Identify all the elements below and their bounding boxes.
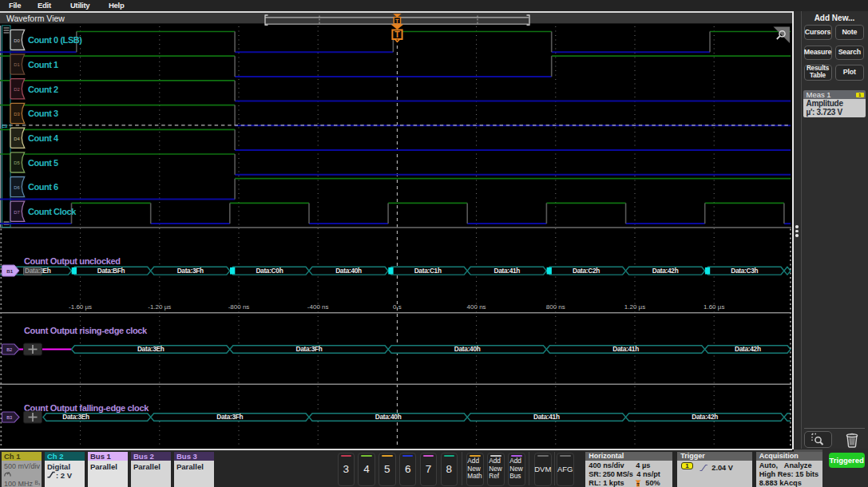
svg-text:Count Output rising-edge clock: Count Output rising-edge clock [24,325,148,335]
svg-text:Data:C0h: Data:C0h [256,266,283,274]
svg-text:Data:C3h: Data:C3h [731,266,758,274]
svg-text:Data:C1h: Data:C1h [414,266,442,274]
svg-text:-800 ns: -800 ns [228,303,250,311]
svg-text:D0: D0 [14,38,19,42]
svg-text:Count 2: Count 2 [28,84,58,93]
svg-text:B1: B1 [6,267,13,273]
svg-text:Data:3Fh: Data:3Fh [295,345,322,353]
svg-text:Data:42h: Data:42h [735,345,761,353]
svg-text:B2: B2 [6,347,12,352]
svg-text:Data:3Eh: Data:3Eh [137,345,164,353]
svg-text:Data:42h: Data:42h [692,413,718,421]
svg-text:Count 5: Count 5 [28,157,58,167]
svg-text:-400 ns: -400 ns [307,303,329,311]
svg-text:Count 3: Count 3 [28,109,58,118]
svg-text:Data:40h: Data:40h [375,413,402,421]
svg-text:Data:3Eh: Data:3Eh [62,413,89,421]
svg-text:Data:41h: Data:41h [612,345,639,353]
svg-text:Count 6: Count 6 [28,182,58,192]
svg-text:Data:3Fh: Data:3Fh [216,413,243,421]
svg-text:B3: B3 [6,415,12,420]
svg-text:D2: D2 [14,87,19,92]
svg-text:Data:41h: Data:41h [533,413,560,421]
svg-text:-1.60 µs: -1.60 µs [69,303,92,311]
svg-text:Data:40h: Data:40h [454,345,481,353]
svg-text:800 ns: 800 ns [546,303,565,311]
svg-text:Data:3Fh: Data:3Fh [177,266,204,274]
svg-text:-1.20 µs: -1.20 µs [148,303,171,311]
svg-text:D6: D6 [14,184,19,189]
svg-text:D3: D3 [14,111,19,116]
svg-text:1.20 µs: 1.20 µs [624,303,645,311]
svg-text:Count 4: Count 4 [28,133,59,143]
svg-text:Data:C2h: Data:C2h [573,266,600,274]
svg-text:Eh: Eh [43,266,51,274]
svg-text:D4: D4 [14,136,20,141]
svg-text:D7: D7 [14,209,19,214]
svg-text:400 ns: 400 ns [467,303,486,311]
svg-text:Data:40h: Data:40h [335,266,362,274]
svg-text:D5: D5 [14,160,19,165]
svg-text:Data:3: Data:3 [25,266,44,274]
svg-text:Data:BFh: Data:BFh [97,266,125,274]
svg-text:Data:42h: Data:42h [652,266,679,274]
svg-text:T: T [394,30,400,39]
svg-text:Count Clock: Count Clock [28,207,77,216]
svg-text:0 s: 0 s [393,303,402,311]
svg-text:Data:41h: Data:41h [493,266,520,274]
svg-text:1.60 µs: 1.60 µs [704,303,724,311]
svg-text:D1: D1 [14,62,19,67]
svg-text:Count Output falling-edge cloc: Count Output falling-edge clock [24,402,149,412]
svg-text:C2: C2 [2,123,8,128]
svg-text:Count Output unclocked: Count Output unclocked [24,256,121,266]
svg-text:Count 1: Count 1 [28,59,58,69]
svg-text:Count 0 (LSB): Count 0 (LSB) [28,35,82,45]
